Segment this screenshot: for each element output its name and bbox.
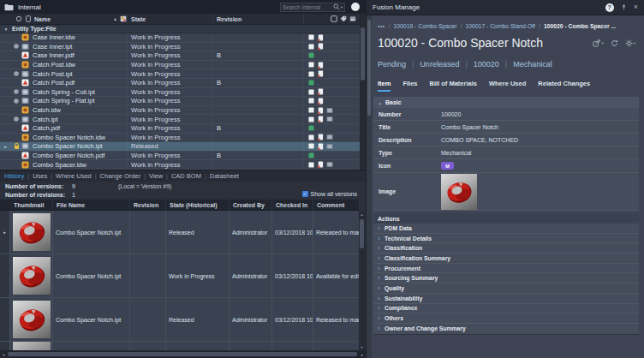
settings-button[interactable]: ▾ bbox=[625, 39, 635, 47]
breadcrumb-item[interactable]: 100020 - Combo Spacer ... bbox=[544, 23, 616, 29]
pin-icon[interactable] bbox=[621, 4, 627, 10]
scroll-right-icon[interactable]: ▸ bbox=[359, 352, 366, 357]
search-icon[interactable] bbox=[333, 3, 340, 10]
file-row[interactable]: Catch Post.iptWork in Progress bbox=[0, 69, 360, 79]
help-icon[interactable]: ? bbox=[605, 3, 614, 12]
file-row[interactable]: Catch Spring - Flat.iptWork in Progress bbox=[0, 97, 360, 106]
history-tab-where-used[interactable]: Where Used bbox=[56, 172, 92, 180]
scroll-left-icon[interactable]: ◂ bbox=[0, 352, 7, 357]
action-section-owner-and-change-summary[interactable]: ›Owner and Change Summary bbox=[373, 324, 639, 334]
action-section-quality[interactable]: ›Quality bbox=[373, 283, 639, 294]
tab-item[interactable]: Item bbox=[378, 80, 391, 92]
file-row[interactable]: Case Inner.iptWork in Progress bbox=[0, 43, 360, 52]
file-row[interactable]: Combo Spacer.idwWork in Progress bbox=[0, 160, 360, 170]
breadcrumb-ellipsis-button[interactable]: ••• bbox=[378, 23, 385, 29]
action-section-classification-summary[interactable]: ›Classification Summary bbox=[373, 254, 639, 264]
history-tab-uses[interactable]: Uses bbox=[33, 172, 47, 180]
history-column-revision[interactable]: Revision bbox=[130, 200, 166, 210]
file-row[interactable]: Case Inner.pdfWork in ProgressB bbox=[0, 51, 360, 61]
action-section-classification[interactable]: ›Classification bbox=[373, 243, 639, 254]
checkbox-icon[interactable] bbox=[308, 62, 314, 68]
row-expander-icon[interactable]: ▸ bbox=[0, 144, 11, 149]
checkbox-icon[interactable] bbox=[308, 34, 314, 40]
checkbox-icon[interactable] bbox=[308, 71, 314, 77]
scrollbar-thumb[interactable] bbox=[360, 219, 364, 248]
action-section-others[interactable]: ›Others bbox=[373, 313, 639, 324]
checkbox-icon[interactable] bbox=[308, 89, 314, 95]
checked-in-circle-icon bbox=[11, 70, 21, 77]
breadcrumb-item[interactable]: 100019 - Combo Spacer bbox=[394, 23, 457, 29]
file-row[interactable]: Case Inner.idwWork in Progress bbox=[0, 33, 360, 43]
column-header-state[interactable]: State bbox=[127, 14, 212, 24]
file-grid-vertical-scrollbar[interactable] bbox=[360, 14, 366, 170]
action-section-sustainability[interactable]: ›Sustainability bbox=[373, 294, 639, 304]
history-column-checked-in[interactable]: Checked In bbox=[272, 200, 313, 210]
checkbox-icon[interactable] bbox=[308, 116, 314, 122]
history-column-comment[interactable]: Comment bbox=[313, 200, 360, 210]
column-header-name[interactable]: Name ▲ bbox=[0, 14, 127, 24]
part-thumbnail bbox=[13, 213, 51, 251]
close-icon[interactable]: × bbox=[634, 3, 638, 11]
action-section-technical-details[interactable]: ›Technical Details bbox=[373, 234, 639, 244]
checkbox-icon[interactable] bbox=[308, 107, 314, 113]
history-column-thumbnail[interactable]: Thumbnail bbox=[10, 200, 53, 210]
history-table-horizontal-scrollbar[interactable]: ◂ ▸ bbox=[0, 350, 366, 358]
tab-bill-of-materials[interactable]: Bill of Materials bbox=[430, 80, 477, 90]
checkbox-icon[interactable] bbox=[308, 98, 314, 104]
tag-column-icon[interactable] bbox=[340, 15, 347, 22]
history-tab-datasheet[interactable]: Datasheet bbox=[210, 172, 239, 180]
checkbox-icon[interactable] bbox=[308, 162, 314, 168]
tab-files[interactable]: Files bbox=[402, 80, 417, 90]
column-header-revision[interactable]: Revision bbox=[212, 14, 303, 24]
action-section-pdm-data[interactable]: ›PDM Data bbox=[373, 224, 639, 234]
scroll-down-icon[interactable]: ▼ bbox=[361, 343, 364, 350]
checkbox-icon[interactable] bbox=[308, 44, 314, 50]
file-row[interactable]: Combo Spacer Notch.pdfWork in ProgressB bbox=[0, 152, 360, 161]
open-external-button[interactable]: ▾ bbox=[593, 39, 603, 47]
action-section-sourcing-summary[interactable]: ›Sourcing Summary bbox=[373, 273, 639, 283]
tab-related-changes[interactable]: Related Changes bbox=[538, 80, 590, 90]
user-avatar-icon[interactable] bbox=[351, 3, 360, 11]
right-panel-scrollbar[interactable] bbox=[367, 15, 372, 358]
action-section-compliance[interactable]: ›Compliance bbox=[373, 304, 639, 314]
file-row[interactable]: ▸Combo Spacer Notch.iptReleased bbox=[0, 142, 360, 152]
file-row[interactable]: Catch.idwWork in Progress bbox=[0, 106, 360, 116]
history-column-created-by[interactable]: Created By bbox=[230, 200, 272, 210]
history-row[interactable]: Combo Spacer Notch.iptWork in ProgressAd… bbox=[0, 254, 359, 298]
action-section-procurement[interactable]: ›Procurement bbox=[373, 264, 639, 274]
scrollbar-thumb[interactable] bbox=[361, 27, 365, 81]
file-row[interactable]: Catch.pdfWork in ProgressB bbox=[0, 124, 360, 134]
history-column-file-name[interactable]: File Name bbox=[53, 200, 130, 210]
file-row[interactable]: Combo Spacer Notch.idwWork in Progress bbox=[0, 134, 360, 143]
history-row[interactable]: Combo Spacer Notch.iptReleasedAdministra… bbox=[0, 298, 359, 342]
history-column-state-historical-[interactable]: State (Historical) bbox=[166, 200, 230, 210]
file-row[interactable]: Catch Post.idwWork in Progress bbox=[0, 61, 360, 70]
sort-ascending-icon[interactable]: ▲ bbox=[113, 16, 117, 21]
refresh-button[interactable] bbox=[611, 39, 618, 47]
scrollbar-thumb[interactable] bbox=[8, 352, 357, 356]
search-input[interactable] bbox=[283, 4, 332, 10]
history-row[interactable]: ▸Combo Spacer Notch.iptReleasedAdministr… bbox=[0, 211, 359, 254]
scrollbar-thumb[interactable] bbox=[367, 20, 371, 116]
group-row-entity-type-file[interactable]: ▾ Entity Type:File bbox=[0, 25, 360, 33]
file-row[interactable]: Catch.iptWork in Progress bbox=[0, 115, 360, 124]
history-tab-view[interactable]: View bbox=[149, 172, 163, 180]
scroll-up-icon[interactable]: ▲ bbox=[361, 211, 364, 218]
thumbnail-column-icon[interactable] bbox=[349, 15, 356, 22]
show-all-versions-checkbox[interactable]: ✓ bbox=[302, 191, 308, 197]
history-tab-change-order[interactable]: Change Order bbox=[100, 172, 141, 180]
group-collapse-icon[interactable]: ▾ bbox=[0, 27, 12, 32]
history-table-vertical-scrollbar[interactable]: ▲ ▼ bbox=[359, 211, 365, 350]
tab-where-used[interactable]: Where Used bbox=[489, 80, 526, 90]
select-column-icon[interactable] bbox=[331, 15, 337, 22]
checkbox-icon[interactable] bbox=[308, 134, 314, 140]
checkbox-icon[interactable] bbox=[308, 143, 314, 149]
history-tab-history[interactable]: History bbox=[4, 172, 24, 180]
file-row[interactable]: Catch Spring - Coil.iptWork in Progress bbox=[0, 88, 360, 98]
search-caret-icon[interactable]: ▾ bbox=[341, 5, 343, 9]
file-row[interactable]: Catch Post.pdfWork in ProgressB bbox=[0, 79, 360, 88]
basic-section-header[interactable]: ⌄ Basic bbox=[373, 97, 639, 108]
breadcrumb-item[interactable]: 100017 - Combo Stand-Off bbox=[465, 23, 535, 29]
history-tab-cad-bom[interactable]: CAD BOM bbox=[171, 172, 201, 180]
image-file-icon bbox=[326, 143, 333, 150]
